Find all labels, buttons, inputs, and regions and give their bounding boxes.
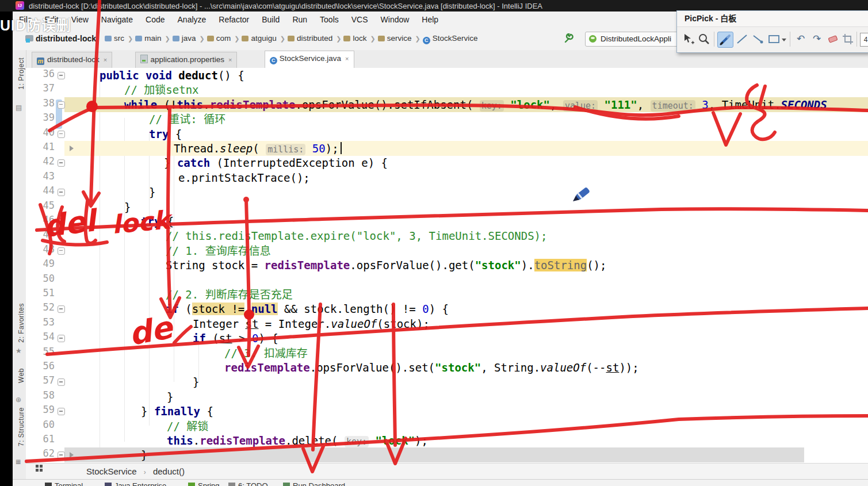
spring-boot-icon: [589, 35, 596, 43]
breadcrumb: src❯main❯java❯com❯atguigu❯distributed❯lo…: [105, 34, 480, 44]
tab-application.properties[interactable]: application.properties×: [135, 52, 238, 68]
breadcrumb-item-main[interactable]: main❯: [135, 34, 170, 43]
breadcrumb-item-com[interactable]: com❯: [207, 34, 240, 43]
line-number: 56: [26, 360, 55, 372]
breadcrumb-item-lock[interactable]: lock❯: [343, 34, 375, 43]
fold-marker-icon[interactable]: [58, 378, 65, 386]
breadcrumb-item-src[interactable]: src❯: [105, 34, 133, 43]
arrow-tool[interactable]: [751, 32, 766, 47]
fold-arrow-icon[interactable]: [70, 452, 74, 458]
close-tab-icon[interactable]: ×: [228, 56, 232, 63]
toolbar-separator: [856, 32, 857, 47]
fold-marker-icon[interactable]: [58, 101, 65, 109]
menu-window[interactable]: Window: [374, 12, 416, 29]
line-number: 39: [26, 112, 55, 123]
breadcrumb-item-atguigu[interactable]: atguigu❯: [242, 34, 285, 43]
tool-window-switcher-icon[interactable]: [36, 465, 44, 473]
bottom-bar-terminal[interactable]: Terminal: [45, 481, 83, 486]
text-caret: [341, 142, 342, 154]
fold-marker-icon[interactable]: [58, 408, 65, 415]
close-tab-icon[interactable]: ×: [104, 56, 107, 63]
code-line-61: this.redisTemplate.delete( key: "lock");: [167, 433, 428, 448]
pen-tool[interactable]: [717, 32, 733, 48]
fold-marker-icon[interactable]: [58, 305, 65, 313]
fold-marker-icon[interactable]: [58, 189, 65, 196]
code-line-44: }: [149, 185, 155, 200]
tab-distributed-lock[interactable]: mdistributed-lock×: [32, 52, 112, 68]
fold-marker-icon[interactable]: [58, 159, 65, 167]
screen-edge-black-strip: [0, 12, 13, 486]
breadcrumb-class[interactable]: StockService: [86, 466, 137, 476]
chevron-right-icon: ❯: [128, 35, 133, 42]
zoom-tool[interactable]: [697, 32, 712, 47]
menu-vcs[interactable]: VCS: [345, 12, 374, 29]
breadcrumb-method[interactable]: deduct(): [153, 466, 185, 476]
pen-size-value[interactable]: 4: [860, 33, 868, 47]
intellij-window: IJ distributed-lock [D:\distributedLock\…: [0, 0, 868, 486]
line-number: 55: [26, 346, 55, 357]
folder-icon: [135, 36, 142, 41]
fold-arrow-icon[interactable]: [70, 146, 74, 151]
menu-refactor[interactable]: Refactor: [212, 12, 255, 29]
line-number: 50: [26, 273, 55, 284]
fold-marker-icon[interactable]: [58, 131, 65, 138]
web-globe-icon: ⊕: [16, 396, 21, 404]
breadcrumb-item-StockService[interactable]: CStockService: [423, 34, 478, 44]
line-number: 46: [26, 214, 55, 225]
menu-help[interactable]: Help: [415, 12, 445, 29]
rectangle-dropdown-caret-icon[interactable]: [781, 32, 787, 47]
chevron-right-icon: ❯: [234, 35, 239, 42]
sidebar-item-project[interactable]: 1: Project: [14, 58, 25, 90]
code-line-52: if (stock != null && stock.length() != 0…: [166, 301, 449, 316]
menu-tools[interactable]: Tools: [313, 12, 345, 29]
window-title: distributed-lock [D:\distributedLock\dis…: [29, 2, 542, 10]
indent-guide: [149, 133, 150, 426]
intellij-logo-icon: IJ: [16, 1, 24, 10]
menu-run[interactable]: Run: [286, 12, 313, 29]
structure-tool-icon: ▦: [16, 458, 21, 465]
project-name[interactable]: distributed-lock: [36, 34, 96, 43]
breadcrumb-item-java[interactable]: java❯: [173, 34, 205, 43]
rectangle-tool[interactable]: [767, 32, 782, 47]
undo-button[interactable]: ↶: [793, 32, 808, 47]
breadcrumb-item-distributed[interactable]: distributed❯: [288, 34, 342, 43]
menu-analyze[interactable]: Analyze: [171, 12, 213, 29]
code-line-38: while (!this.redisTemplate.opsForValue()…: [124, 97, 827, 112]
eraser-tool[interactable]: [825, 32, 840, 47]
chevron-right-icon: ❯: [165, 35, 170, 42]
tab-StockService.java[interactable]: CStockService.java×: [265, 51, 354, 68]
fold-marker-icon[interactable]: [58, 247, 65, 255]
fold-marker-icon[interactable]: [58, 72, 65, 79]
move-tool[interactable]: [680, 32, 695, 47]
line-tool[interactable]: [735, 32, 750, 47]
code-editor[interactable]: public void deduct() {// 加锁setnxwhile (!…: [26, 68, 868, 463]
fold-marker-icon[interactable]: [58, 218, 65, 225]
line-number: 54: [26, 331, 55, 342]
crop-tool[interactable]: [840, 32, 855, 47]
line-number: 47: [26, 228, 55, 240]
breadcrumb-item-service[interactable]: service❯: [378, 34, 420, 43]
picpick-window: PicPick - 白板 ↶ ↷: [676, 10, 868, 53]
wrench-icon[interactable]: [564, 33, 574, 46]
bottom-bar-java-enterprise[interactable]: Java Enterprise: [105, 481, 166, 486]
picpick-title[interactable]: PicPick - 白板: [677, 11, 868, 26]
fold-marker-icon[interactable]: [58, 335, 65, 342]
menu-build[interactable]: Build: [255, 12, 286, 29]
redo-button[interactable]: ↷: [809, 32, 824, 47]
menu-code[interactable]: Code: [139, 12, 171, 29]
fold-marker-icon[interactable]: [58, 451, 65, 459]
java-class-icon: C: [270, 57, 277, 64]
line-number: 42: [26, 155, 55, 167]
close-tab-icon[interactable]: ×: [345, 55, 349, 62]
code-line-56: redisTemplate.opsForValue().set("stock",…: [224, 360, 639, 375]
code-line-62: }: [141, 447, 147, 462]
bottom-bar-run-dashboard[interactable]: Run Dashboard: [283, 481, 345, 486]
bottom-bar-spring[interactable]: Spring: [188, 481, 220, 486]
indent-guide: [100, 75, 100, 454]
sidebar-item-favorites[interactable]: 2: Favorites: [14, 303, 25, 343]
sidebar-item-web[interactable]: Web: [14, 368, 25, 383]
menu-navigate[interactable]: Navigate: [95, 12, 139, 29]
bottom-bar-6-todo[interactable]: 6: TODO: [228, 481, 268, 486]
sidebar-item-structure[interactable]: 7: Structure: [14, 407, 25, 446]
code-line-43: e.printStackTrace();: [178, 170, 310, 185]
